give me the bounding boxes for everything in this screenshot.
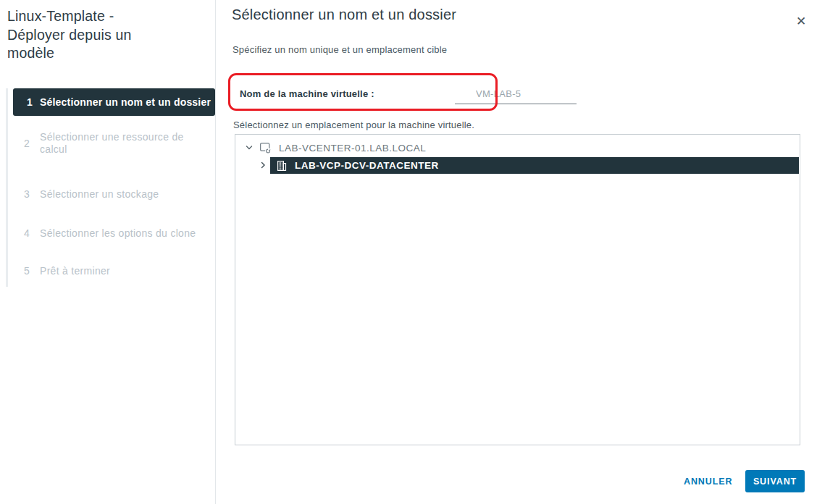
chevron-right-icon[interactable]	[259, 161, 267, 169]
chevron-down-icon[interactable]	[245, 143, 254, 152]
tree-node-datacenter[interactable]: LAB-VCP-DCV-DATACENTER	[235, 157, 800, 174]
step-label: Prêt à terminer	[40, 265, 205, 277]
wizard-step-4[interactable]: 4 Sélectionner les options du clone	[24, 227, 211, 240]
panel-subtitle: Spécifiez un nom unique et un emplacemen…	[232, 44, 447, 55]
tree-node-label: LAB-VCP-DCV-DATACENTER	[295, 160, 439, 171]
deploy-from-template-dialog: Linux-Template - Déployer depuis un modè…	[0, 0, 817, 504]
steps-track	[6, 88, 8, 287]
tree-caption: Sélectionnez un emplacement pour la mach…	[233, 119, 474, 130]
sidebar-divider	[215, 0, 216, 504]
step-label: Sélectionner une ressource de calcul	[40, 131, 205, 156]
vm-name-label: Nom de la machine virtuelle :	[240, 88, 374, 99]
step-number: 1	[27, 96, 40, 108]
step-label: Sélectionner un stockage	[40, 188, 205, 201]
wizard-title: Linux-Template - Déployer depuis un modè…	[7, 7, 156, 63]
step-number: 3	[24, 188, 40, 201]
step-number: 2	[24, 138, 40, 150]
cancel-button[interactable]: ANNULER	[678, 472, 738, 491]
wizard-step-1[interactable]: 1 Sélectionner un nom et un dossier	[13, 88, 215, 116]
next-button[interactable]: SUIVANT	[745, 470, 805, 492]
wizard-step-3[interactable]: 3 Sélectionner un stockage	[24, 188, 211, 201]
wizard-step-5[interactable]: 5 Prêt à terminer	[24, 265, 211, 277]
location-tree: LAB-VCENTER-01.LAB.LOCAL LAB-VCP-DCV-DAT…	[235, 134, 800, 445]
selected-row-highlight[interactable]: LAB-VCP-DCV-DATACENTER	[270, 157, 799, 174]
step-number: 5	[24, 265, 40, 277]
close-icon[interactable]: ✕	[791, 12, 811, 32]
vcenter-icon	[259, 142, 272, 154]
tree-node-vcenter[interactable]: LAB-VCENTER-01.LAB.LOCAL	[235, 139, 800, 156]
step-label: Sélectionner les options du clone	[40, 227, 205, 240]
vm-name-input[interactable]	[455, 85, 577, 104]
wizard-step-2[interactable]: 2 Sélectionner une ressource de calcul	[24, 131, 211, 156]
tree-node-label: LAB-VCENTER-01.LAB.LOCAL	[279, 143, 426, 154]
step-number: 4	[24, 227, 40, 240]
page-title: Sélectionner un nom et un dossier	[232, 7, 456, 23]
step-label: Sélectionner un nom et un dossier	[40, 96, 211, 108]
datacenter-icon	[276, 160, 288, 172]
